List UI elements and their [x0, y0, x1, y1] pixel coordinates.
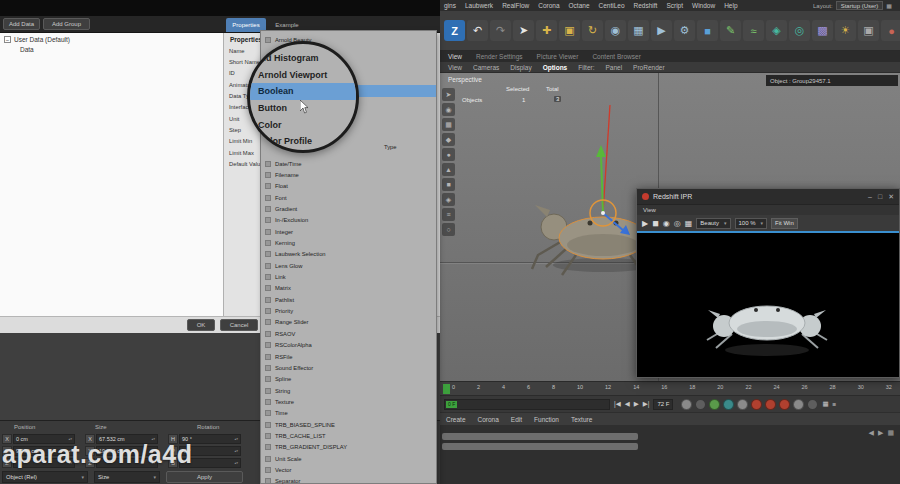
current-frame-marker[interactable]: 0 F — [446, 401, 457, 408]
menu-item[interactable]: TRB_CACHE_LIST — [261, 430, 436, 441]
camera-icon[interactable]: ◉ — [663, 219, 670, 228]
menu-item[interactable]: RSFile — [261, 351, 436, 362]
menu-item[interactable]: Kerning — [261, 237, 436, 248]
add-group-button[interactable]: Add Group — [43, 18, 90, 30]
collapse-icon[interactable]: − — [4, 36, 11, 43]
toolbar-icon[interactable]: ▶ — [651, 20, 672, 41]
viewport-tool-icon[interactable]: ■ — [442, 178, 455, 191]
viewport-tool-icon[interactable]: ○ — [442, 223, 455, 236]
toolbar-icon[interactable]: ● — [881, 20, 900, 41]
menubar-item[interactable]: Window — [692, 2, 715, 9]
record-option-button[interactable] — [779, 399, 790, 410]
tree-item-root[interactable]: −User Data (Default) — [4, 36, 70, 43]
menubar-item[interactable]: CentiLeo — [599, 2, 625, 9]
stop-icon[interactable]: ◼ — [652, 219, 659, 228]
dialog-titlebar[interactable] — [0, 0, 440, 16]
menu-item[interactable]: Pathlist — [261, 294, 436, 305]
menu-item[interactable]: Separator — [261, 476, 436, 484]
viewport-tool-icon[interactable]: ◉ — [442, 103, 455, 116]
toolbar-icon[interactable]: ↷ — [490, 20, 511, 41]
viewport-tool-icon[interactable]: ● — [442, 148, 455, 161]
viewport-menu-item[interactable]: Filter: — [578, 64, 594, 71]
menu-item[interactable]: Unit Scale — [261, 453, 436, 464]
toolbar-icon[interactable]: ≈ — [743, 20, 764, 41]
viewport-camera-label[interactable]: Perspective — [448, 76, 482, 83]
menu-item[interactable]: Spline — [261, 374, 436, 385]
panel-tab[interactable]: Render Settings — [476, 53, 523, 60]
coord-mode-dropdown[interactable]: Object (Rel)▾ — [2, 471, 88, 483]
menu-item[interactable]: Matrix — [261, 283, 436, 294]
scroll-left-icon[interactable]: ◀ — [869, 429, 874, 437]
menu-item[interactable]: Date/Time — [261, 158, 436, 169]
menubar-item[interactable]: Corona — [538, 2, 559, 9]
record-option-button[interactable] — [695, 399, 706, 410]
menu-item[interactable]: Sound Effector — [261, 362, 436, 373]
material-menu-item[interactable]: Corona — [478, 416, 499, 423]
toolbar-icon[interactable]: Z — [444, 20, 465, 41]
material-menu-item[interactable]: Edit — [511, 416, 522, 423]
toolbar-icon[interactable]: ↻ — [582, 20, 603, 41]
play-button[interactable]: ▶ — [634, 400, 639, 408]
menu-item[interactable]: Lens Glow — [261, 260, 436, 271]
timeline-ruler[interactable]: 02468101214161820222426283032 — [440, 381, 900, 395]
toolbar-icon[interactable]: ◎ — [789, 20, 810, 41]
ipr-titlebar[interactable]: Redshift IPR – □ ✕ — [637, 189, 899, 204]
menubar-item[interactable]: gins — [444, 2, 456, 9]
panel-grid-icon[interactable]: ▦ — [822, 400, 828, 408]
close-button[interactable]: ✕ — [888, 193, 894, 201]
toolbar-icon[interactable]: ➤ — [513, 20, 534, 41]
menu-item[interactable]: Time — [261, 408, 436, 419]
viewport-menu-item[interactable]: Panel — [605, 64, 622, 71]
end-frame-field[interactable]: 72 F — [653, 399, 673, 410]
viewport-menu-item[interactable]: Display — [510, 64, 531, 71]
viewport-menu-item[interactable]: ProRender — [633, 64, 664, 71]
menubar-item[interactable]: Help — [724, 2, 737, 9]
menu-item[interactable]: RSColorAlpha — [261, 340, 436, 351]
horizontal-scrollbar[interactable] — [442, 443, 638, 450]
viewport-tool-icon[interactable]: ▦ — [442, 118, 455, 131]
menu-item[interactable]: RSAOV — [261, 328, 436, 339]
toolbar-icon[interactable]: ▣ — [858, 20, 879, 41]
material-menu-item[interactable]: Function — [534, 416, 559, 423]
menu-item[interactable]: Laubwerk Selection — [261, 249, 436, 260]
playhead[interactable] — [443, 384, 450, 394]
toolbar-icon[interactable]: ▦ — [628, 20, 649, 41]
layout-selector[interactable]: Startup (User) — [836, 1, 884, 10]
size-mode-dropdown[interactable]: Size▾ — [94, 471, 160, 483]
menu-item[interactable]: Float — [261, 181, 436, 192]
previous-frame-button[interactable]: ◀ — [625, 400, 630, 408]
toolbar-icon[interactable]: ☀ — [835, 20, 856, 41]
menu-item[interactable]: TRB_BIASED_SPLINE — [261, 419, 436, 430]
timeline-slider[interactable]: 0 F — [444, 399, 610, 410]
menu-item[interactable]: Integer — [261, 226, 436, 237]
apply-button[interactable]: Apply — [166, 471, 243, 483]
zoom-selector[interactable]: 100 %▾ — [735, 218, 768, 229]
region-render-icon[interactable]: ◎ — [674, 219, 681, 228]
panel-tab[interactable]: Content Browser — [592, 53, 640, 60]
layout-grid-icon[interactable]: ▦ — [886, 2, 892, 9]
viewport-tool-icon[interactable]: ▲ — [442, 163, 455, 176]
add-data-button[interactable]: Add Data — [3, 18, 40, 30]
goto-end-button[interactable]: ▶| — [643, 400, 650, 408]
menubar-item[interactable]: Octane — [569, 2, 590, 9]
cancel-button[interactable]: Cancel — [220, 319, 258, 331]
menu-item[interactable]: Gradient — [261, 203, 436, 214]
fit-window-button[interactable]: Fit Win — [771, 218, 798, 229]
menu-item[interactable]: Filename — [261, 169, 436, 180]
menu-item[interactable]: In-/Exclusion — [261, 215, 436, 226]
toolbar-icon[interactable]: ◉ — [605, 20, 626, 41]
viewport-tool-icon[interactable]: ◈ — [442, 193, 455, 206]
goto-start-button[interactable]: |◀ — [614, 400, 621, 408]
toolbar-icon[interactable]: ⚙ — [674, 20, 695, 41]
material-menu-item[interactable]: Texture — [571, 416, 592, 423]
menu-item[interactable]: Link — [261, 271, 436, 282]
panel-tab[interactable]: Picture Viewer — [537, 53, 579, 60]
toolbar-icon[interactable]: ■ — [697, 20, 718, 41]
scroll-right-icon[interactable]: ▶ — [878, 429, 883, 437]
menu-item[interactable]: TRB_GRADIENT_DISPLAY — [261, 442, 436, 453]
toolbar-icon[interactable]: ▩ — [812, 20, 833, 41]
menu-item[interactable]: Range Slider — [261, 317, 436, 328]
viewport-tool-icon[interactable]: ◆ — [442, 133, 455, 146]
menu-item[interactable]: Font — [261, 192, 436, 203]
panel-menu-icon[interactable]: ≡ — [833, 401, 837, 408]
